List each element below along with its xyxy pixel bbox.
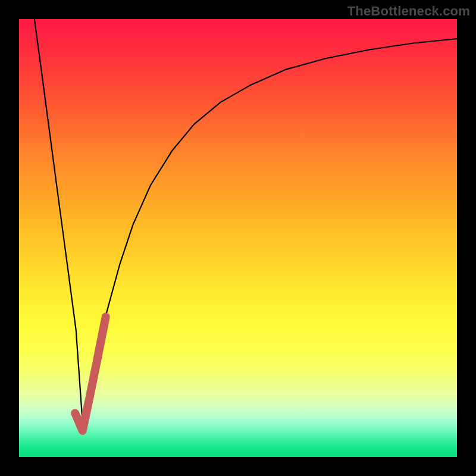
right-branch-line [83, 39, 457, 431]
series-lines [35, 19, 457, 431]
chart-frame: TheBottleneck.com [0, 0, 476, 476]
chart-svg [19, 19, 457, 457]
left-branch-line [35, 19, 83, 422]
plot-area [19, 19, 457, 457]
watermark-text: TheBottleneck.com [347, 4, 470, 19]
